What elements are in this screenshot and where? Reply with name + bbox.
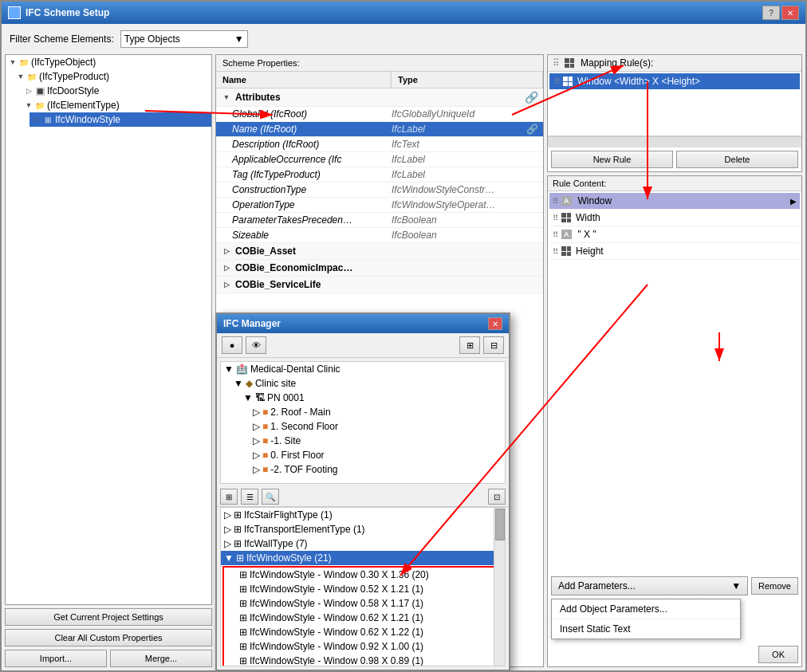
ok-row: OK (548, 643, 801, 666)
tree-item-2[interactable]: ▷ 🔳 IfcDoorStyle (22, 84, 211, 98)
ifc-bottom-btn-3[interactable]: ⊡ (488, 489, 506, 505)
attributes-group[interactable]: ▼ Attributes 🔗 (216, 88, 543, 107)
ifc-bottom-row-0[interactable]: ▷ ⊞ IfcStairFlightType (1) (221, 508, 505, 522)
rule-item-1[interactable]: ⠿ Width (549, 210, 800, 226)
ifc-tree-icon-3: ■ (262, 407, 268, 418)
tree-item-3[interactable]: ▼ 📁 (IfcElementType) (22, 98, 211, 112)
label-0: IfcStairFlightType (1) (244, 509, 333, 521)
rule-arrow-0[interactable]: ▶ (790, 197, 797, 206)
ifc-tree-row-7[interactable]: ▷ ■ -2. TOF Footing (221, 462, 505, 477)
col-name: Name (216, 72, 392, 88)
scrollbar-thumb[interactable] (495, 509, 505, 540)
ifc-bottom-btn-1[interactable]: ☰ (241, 489, 258, 505)
ifc-tree-row-3[interactable]: ▷ ■ 2. Roof - Main (221, 405, 505, 419)
scheme-row-6[interactable]: OperationType IfcWindowStyleOperat… (216, 198, 543, 213)
ifc-manager-window: IFC Manager ✕ ● 👁 ⊞ ⊟ ▼ 🏥 Medical-Dental… (215, 312, 510, 671)
scheme-row-8[interactable]: Sizeable IfcBoolean (216, 228, 543, 243)
ifc-toolbar-btn-2[interactable]: ⊞ (459, 336, 480, 354)
scheme-row-5[interactable]: ConstructionType IfcWindowStyleConstr… (216, 183, 543, 198)
row-type-6: IfcWindowStyleOperat… (392, 199, 538, 210)
ifc-tree-label-0: Medical-Dental Clinic (250, 364, 341, 375)
scheme-header: Scheme Properties: (216, 55, 543, 72)
tree-label-2: IfcDoorStyle (47, 85, 99, 96)
dropdown-item-0[interactable]: Add Object Parameters... (552, 599, 740, 619)
rule-item-2[interactable]: ⠿ A " X " (549, 226, 800, 243)
rule-content-title: Rule Content: (548, 176, 801, 191)
ifc-bottom-row-1[interactable]: ▷ ⊞ IfcTransportElementType (1) (221, 522, 505, 536)
ifc-tree-label-3: 2. Roof - Main (270, 407, 330, 418)
cobie-service-group[interactable]: ▷ COBie_ServiceLife (216, 277, 543, 293)
ifc-toolbar-btn-1[interactable]: 👁 (246, 336, 266, 354)
new-rule-btn[interactable]: New Rule (551, 151, 673, 168)
scheme-row-4[interactable]: Tag (IfcTypeProduct) IfcLabel (216, 167, 543, 183)
rule-item-3[interactable]: ⠿ Height (549, 243, 800, 260)
cobie-asset-group[interactable]: ▷ COBie_Asset (216, 243, 543, 260)
cobie-economic-group[interactable]: ▷ COBie_EconomicImpac… (216, 260, 543, 277)
ifc-bottom-row-2[interactable]: ▷ ⊞ IfcWallType (7) (221, 536, 505, 551)
ifc-bottom-btn-2[interactable]: 🔍 (262, 489, 279, 505)
scheme-row-1[interactable]: Name (IfcRoot) IfcLabel 🔗 (216, 122, 543, 137)
h-scrollbar[interactable] (548, 136, 801, 147)
cobie-asset-label: COBie_Asset (235, 246, 296, 257)
ifc-close-btn[interactable]: ✕ (488, 317, 502, 330)
ifc-toolbar: ● 👁 ⊞ ⊟ (217, 333, 509, 358)
merge-btn[interactable]: Merge... (110, 650, 212, 667)
folder-icon-3: 📁 (34, 100, 45, 111)
ifc-bottom-btn-0[interactable]: ⊞ (220, 489, 238, 505)
ifc-tree-expander-1: ▼ (234, 378, 243, 389)
grid-icon-0 (563, 77, 573, 86)
ifc-bottom-row-3[interactable]: ▼ ⊞ IfcWindowStyle (21) (221, 551, 505, 565)
scheme-row-2[interactable]: Description (IfcRoot) IfcText (216, 137, 543, 152)
ifc-tree: ▼ 🏥 Medical-Dental Clinic ▼ ◆ Clinic sit… (220, 361, 506, 484)
cobie-economic-label: COBie_EconomicImpac… (235, 262, 352, 273)
row-name-3: ApplicableOccurrence (Ifc (232, 154, 392, 165)
import-btn[interactable]: Import... (5, 650, 107, 667)
ifc-bottom-sub-1[interactable]: ⊞ IfcWindowStyle - Window 0.52 X 1.21 (1… (224, 582, 502, 596)
ifc-tree-row-4[interactable]: ▷ ■ 1. Second Floor (221, 419, 505, 434)
label-2: IfcWallType (7) (244, 538, 308, 549)
drag-h-2: ⠿ (553, 230, 558, 239)
scheme-row-0[interactable]: GlobalId (IfcRoot) IfcGloballyUniqueId (216, 107, 543, 122)
mapping-label-0: Window <Width> X <Height> (577, 76, 700, 87)
tree-item-4[interactable]: ▷ ⊞ IfcWindowStyle (30, 112, 211, 127)
remove-btn[interactable]: Remove (751, 577, 798, 595)
close-button[interactable]: ✕ (781, 6, 799, 20)
ifc-toolbar-btn-3[interactable]: ⊟ (483, 336, 504, 354)
tree-item-1[interactable]: ▼ 📁 (IfcTypeProduct) (14, 69, 211, 84)
ifc-toolbar-btn-0[interactable]: ● (222, 336, 242, 354)
dropdown-item-1[interactable]: Insert Static Text (552, 619, 740, 639)
add-remove-row: Add Parameters... ▼ Remove (548, 573, 801, 599)
ifc-tree-expander-7: ▷ (253, 464, 260, 475)
ifc-tree-row-1[interactable]: ▼ ◆ Clinic site (221, 376, 505, 391)
ok-btn[interactable]: OK (758, 646, 798, 663)
row-type-8: IfcBoolean (392, 230, 538, 241)
row-name-5: ConstructionType (232, 184, 392, 195)
delete-btn[interactable]: Delete (676, 151, 798, 168)
scheme-row-7[interactable]: ParameterTakesPreceden… IfcBoolean (216, 213, 543, 228)
scheme-row-3[interactable]: ApplicableOccurrence (Ifc IfcLabel (216, 152, 543, 167)
ifc-bottom-sub-3[interactable]: ⊞ IfcWindowStyle - Window 0.62 X 1.21 (1… (224, 611, 502, 625)
ifc-bottom-sub-4[interactable]: ⊞ IfcWindowStyle - Window 0.62 X 1.22 (1… (224, 625, 502, 639)
tree-item-0[interactable]: ▼ 📁 (IfcTypeObject) (6, 55, 211, 69)
ifc-bottom-sub-2[interactable]: ⊞ IfcWindowStyle - Window 0.58 X 1.17 (1… (224, 596, 502, 611)
help-button[interactable]: ? (762, 6, 780, 20)
bottom-scrollbar[interactable] (494, 508, 505, 666)
exp-3: ▼ (224, 552, 234, 564)
row-name-7: ParameterTakesPreceden… (232, 214, 392, 226)
ifc-tree-row-6[interactable]: ▷ ■ 0. First Floor (221, 448, 505, 462)
filter-dropdown[interactable]: Type Objects ▼ (120, 30, 248, 48)
ifc-tree-row-0[interactable]: ▼ 🏥 Medical-Dental Clinic (221, 362, 505, 376)
mapping-item-0[interactable]: ⠿ Window <Width> X <Height> (549, 73, 800, 89)
ifc-tree-row-5[interactable]: ▷ ■ -1. Site (221, 434, 505, 448)
ifc-bottom-sub-5[interactable]: ⊞ IfcWindowStyle - Window 0.92 X 1.00 (1… (224, 639, 502, 654)
get-current-btn[interactable]: Get Current Project Settings (5, 608, 212, 626)
ifc-bottom-list: ▷ ⊞ IfcStairFlightType (1) ▷ ⊞ IfcTransp… (220, 507, 506, 666)
icon-sub-4: ⊞ (239, 627, 247, 638)
ifc-bottom-sub-0[interactable]: ⊞ IfcWindowStyle - Window 0.30 X 1.36 (2… (224, 568, 502, 582)
clear-custom-btn[interactable]: Clear All Custom Properties (5, 629, 212, 646)
ifc-bottom-sub-6[interactable]: ⊞ IfcWindowStyle - Window 0.98 X 0.89 (1… (224, 654, 502, 666)
add-params-btn[interactable]: Add Parameters... ▼ (551, 576, 748, 595)
ifc-tree-row-2[interactable]: ▼ 🏗 PN 0001 (221, 391, 505, 405)
label-sub-1: IfcWindowStyle - Window 0.52 X 1.21 (1) (250, 584, 423, 595)
rule-item-0[interactable]: ⠿ A Window ▶ (549, 193, 800, 210)
